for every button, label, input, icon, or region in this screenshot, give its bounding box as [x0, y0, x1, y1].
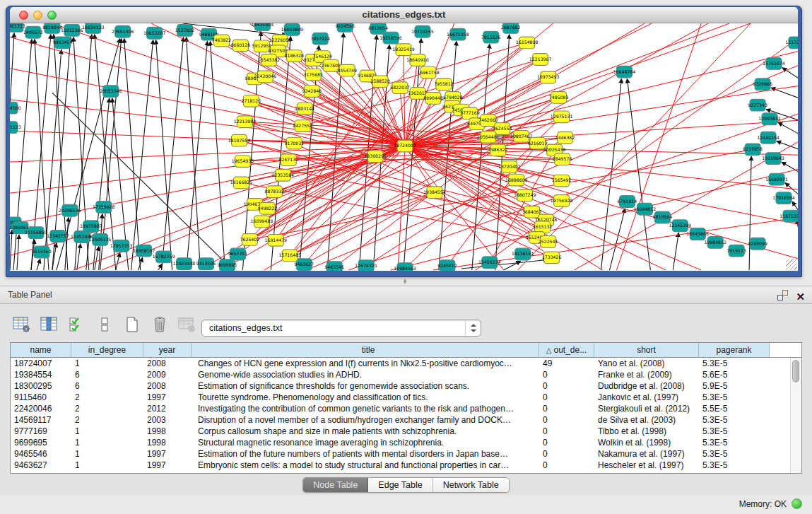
graph-node[interactable]: 27691406 [112, 25, 134, 37]
graph-node[interactable]: 5822037 [390, 82, 410, 94]
table-cell[interactable]: 5.9E-5 [699, 380, 770, 392]
graph-node[interactable]: 12505135 [89, 234, 112, 246]
table-cell[interactable]: 1997 [143, 392, 192, 403]
table-cell[interactable]: 5.3E-5 [699, 414, 770, 426]
graph-node[interactable]: 10719155 [411, 25, 434, 37]
scrollbar-thumb[interactable] [792, 360, 799, 382]
graph-node[interactable]: 16914479 [265, 235, 288, 247]
graph-node[interactable]: 19756928 [551, 195, 573, 207]
graph-node[interactable]: 14136141 [512, 248, 534, 260]
graph-node[interactable]: 9224566 [335, 23, 355, 32]
table-cell[interactable]: 1997 [143, 460, 192, 471]
graph-node[interactable]: 1527602 [175, 24, 195, 36]
graph-node[interactable]: 8186328 [285, 50, 305, 62]
table-cell[interactable]: 5.3E-5 [699, 460, 770, 471]
column-header-pagerank[interactable]: pagerank [699, 343, 770, 357]
table-cell[interactable]: 0 [539, 460, 594, 471]
graph-node[interactable]: 7625402 [240, 234, 260, 246]
table-cell[interactable]: Stergiakouli et al. (2012) [594, 403, 699, 414]
graph-node[interactable]: 9498222 [258, 202, 278, 214]
graph-node[interactable]: 9245012 [437, 260, 457, 271]
column-header-in-degree[interactable]: in_degree [71, 343, 143, 357]
graph-node[interactable]: 16543666 [687, 228, 710, 240]
graph-node[interactable]: 16961758 [417, 66, 440, 78]
graph-node[interactable]: 12172014 [785, 37, 798, 49]
graph-node[interactable]: 7815526 [481, 31, 501, 43]
table-cell[interactable]: 9777169 [11, 426, 71, 437]
memory-status-indicator[interactable] [792, 498, 802, 509]
table-cell[interactable]: 6 [71, 369, 143, 380]
graph-node[interactable]: 2718126 [242, 95, 261, 107]
new-table-icon[interactable] [123, 315, 141, 334]
table-cell[interactable]: 0 [539, 380, 594, 392]
table-cell[interactable]: 5.3E-5 [699, 426, 770, 437]
graph-node[interactable]: 22420046 [254, 71, 277, 83]
graph-node[interactable]: 8660128 [231, 40, 251, 52]
table-cell[interactable]: 1997 [143, 448, 192, 460]
graph-node[interactable]: 12874560 [10, 102, 21, 114]
table-cell[interactable]: 9115460 [11, 392, 71, 403]
graph-node[interactable]: 11456234 [478, 257, 501, 269]
graph-node[interactable]: 2405572 [23, 26, 43, 38]
tab-edge-table[interactable]: Edge Table [368, 478, 433, 492]
table-cell[interactable]: 2 [71, 414, 143, 426]
graph-node[interactable]: 18431904 [252, 23, 274, 30]
graph-node[interactable]: 18724007 [394, 140, 416, 152]
column-header-year[interactable]: year [143, 343, 192, 357]
table-cell[interactable]: Jankovic et al. (1997) [594, 392, 699, 403]
graph-node[interactable]: 19384554 [423, 187, 446, 199]
table-cell[interactable]: 0 [539, 403, 594, 414]
table-cell[interactable]: 2008 [143, 358, 192, 369]
graph-node[interactable]: 15716485 [279, 250, 302, 262]
table-cell[interactable]: Genome-wide association studies in ADHD. [192, 369, 539, 380]
table-cell[interactable]: 1 [71, 448, 143, 460]
table-cell[interactable]: 9463627 [11, 460, 71, 471]
table-cell[interactable]: Corpus callosum shape and size in male p… [192, 426, 539, 437]
table-cell[interactable]: 5.6E-5 [699, 369, 770, 380]
table-cell[interactable]: 1 [71, 460, 143, 471]
graph-node[interactable]: 9227343 [748, 99, 767, 111]
graph-node[interactable]: 7986322 [488, 144, 508, 156]
table-cell[interactable]: 1 [71, 358, 143, 369]
table-cell[interactable]: 2 [71, 392, 143, 403]
table-cell[interactable]: Disruption of a novel member of a sodium… [192, 414, 539, 426]
table-cell[interactable]: Investigating the contribution of common… [192, 403, 539, 414]
table-cell[interactable]: Embryonic stem cells: a model to study s… [192, 460, 539, 471]
table-cell[interactable]: 5.3E-5 [699, 437, 770, 448]
table-cell[interactable]: 1 [71, 437, 143, 448]
tab-node-table[interactable]: Node Table [303, 478, 368, 492]
graph-node[interactable]: 11156869 [25, 227, 47, 239]
graph-node[interactable]: 16099489 [251, 216, 273, 228]
graph-node[interactable]: 10973493 [537, 71, 560, 83]
graph-node[interactable]: 7857224 [310, 33, 330, 45]
table-selector-dropdown[interactable]: citations_edges.txt [201, 320, 481, 337]
graph-node[interactable]: 12975131 [551, 111, 573, 123]
table-cell[interactable]: Yano et al. (2008) [594, 358, 699, 369]
table-cell[interactable]: 22420046 [11, 403, 71, 414]
table-cell[interactable]: 5.5E-5 [699, 403, 770, 414]
graph-node[interactable]: 10210643 [762, 153, 784, 165]
graph-node[interactable]: 12342757 [47, 230, 69, 243]
graph-node[interactable]: 12093832 [758, 113, 781, 125]
table-cell[interactable]: 1998 [143, 426, 192, 437]
graph-node[interactable]: 10984812 [704, 236, 726, 248]
table-cell[interactable]: Franke et al. (2009) [594, 369, 699, 380]
select-all-rows-icon[interactable] [68, 315, 86, 334]
graph-node[interactable]: 11012366 [61, 24, 83, 36]
graph-node[interactable]: 9245099 [748, 238, 767, 250]
table-cell[interactable]: 18300295 [11, 380, 71, 392]
graph-node[interactable]: 20053346 [100, 86, 122, 98]
graph-node[interactable]: 2522541 [539, 235, 558, 247]
graph-node[interactable]: 9313595 [196, 258, 216, 270]
graph-node[interactable]: 9115460 [32, 246, 52, 258]
table-row[interactable]: 1872400712008Changes of HCN gene express… [11, 358, 801, 369]
graph-node[interactable]: 18107554 [228, 134, 251, 146]
graph-node[interactable]: 7955812 [434, 78, 454, 90]
table-cell[interactable]: 1 [71, 426, 143, 437]
graph-node[interactable]: 8878332 [265, 186, 285, 198]
table-row[interactable]: 1938455462009Genome-wide association stu… [11, 369, 801, 380]
graph-node[interactable]: 10984563 [394, 263, 416, 271]
float-panel-icon[interactable] [777, 290, 788, 300]
table-row[interactable]: 1830029562008Estimation of significance … [11, 380, 801, 392]
table-cell[interactable]: 9699695 [11, 437, 71, 448]
